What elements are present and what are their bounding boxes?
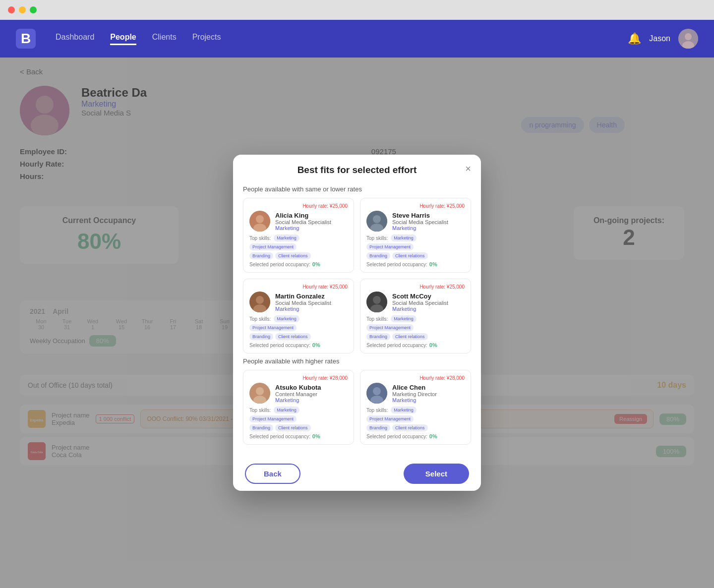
- skill-pm: Project Management: [249, 243, 297, 250]
- atsuko-role: Content Manager: [275, 391, 321, 397]
- close-btn[interactable]: [8, 6, 15, 13]
- martin-rate: Hourly rate: ¥25,000: [249, 284, 348, 290]
- steve-rate: Hourly rate: ¥25,000: [366, 203, 465, 209]
- navbar-right: 🔔 Jason: [628, 29, 698, 49]
- svg-point-26: [373, 387, 381, 395]
- scott-rate: Hourly rate: ¥25,000: [366, 284, 465, 290]
- modal-header: Best fits for selected effort ×: [233, 155, 481, 181]
- skill-branding: Branding: [249, 252, 273, 259]
- atsuko-name: Atsuko Kubota: [275, 384, 321, 391]
- alice-avatar: [366, 383, 387, 404]
- alicia-dept: Marketing: [275, 225, 331, 231]
- modal-body[interactable]: People available with same or lower rate…: [233, 181, 481, 457]
- steve-name: Steve Harris: [392, 212, 448, 219]
- higher-rate-cards: Hourly rate: ¥28,000 Atsuko Kubota: [243, 370, 471, 445]
- candidate-card-martin[interactable]: Hourly rate: ¥25,000 Martin Gonzale: [243, 279, 354, 353]
- navbar: B Dashboard People Clients Projects 🔔 Ja…: [0, 20, 714, 58]
- alice-role: Marketing Director: [392, 391, 437, 397]
- alice-name: Alice Chen: [392, 384, 437, 391]
- candidate-card-alicia[interactable]: Hourly rate: ¥25,000 Alicia King: [243, 198, 354, 273]
- scott-avatar: [366, 292, 387, 312]
- candidate-card-scott[interactable]: Hourly rate: ¥25,000 Scott McCoy: [360, 279, 471, 353]
- section1-label: People available with same or lower rate…: [243, 185, 471, 193]
- scott-name: Scott McCoy: [392, 293, 448, 300]
- martin-name: Martin Gonzalez: [275, 293, 331, 300]
- steve-dept: Marketing: [392, 225, 448, 231]
- svg-point-11: [256, 215, 264, 223]
- svg-point-20: [373, 296, 381, 304]
- svg-point-1: [685, 33, 692, 40]
- window-chrome: [0, 0, 714, 20]
- nav-projects[interactable]: Projects: [192, 33, 221, 45]
- alicia-role: Social Media Specialist: [275, 219, 331, 225]
- candidate-card-steve[interactable]: Hourly rate: ¥25,000 Steve Harris: [360, 198, 471, 273]
- app-logo[interactable]: B: [16, 29, 36, 49]
- scott-dept: Marketing: [392, 306, 448, 312]
- alicia-name: Alicia King: [275, 212, 331, 219]
- martin-avatar: [249, 292, 270, 312]
- modal-title: Best fits for selected effort: [298, 165, 417, 175]
- user-avatar[interactable]: [678, 29, 698, 49]
- atsuko-rate: Hourly rate: ¥28,000: [249, 375, 348, 381]
- svg-point-17: [256, 296, 264, 304]
- atsuko-avatar: [249, 383, 270, 404]
- nav-menu: Dashboard People Clients Projects: [56, 33, 628, 45]
- modal-footer: Back Select: [233, 457, 481, 491]
- notification-bell-icon[interactable]: 🔔: [628, 32, 641, 45]
- alicia-avatar: [249, 211, 270, 232]
- alice-dept: Marketing: [392, 397, 437, 403]
- maximize-btn[interactable]: [30, 6, 37, 13]
- main-content: < Back Beatrice Da Marketing Social Medi…: [0, 58, 714, 588]
- alice-rate: Hourly rate: ¥28,000: [366, 375, 465, 381]
- scott-role: Social Media Specialist: [392, 300, 448, 306]
- nav-dashboard[interactable]: Dashboard: [56, 33, 94, 45]
- svg-point-23: [256, 387, 264, 395]
- section2-label: People available with higher rates: [243, 357, 471, 365]
- atsuko-dept: Marketing: [275, 397, 321, 403]
- steve-avatar: [366, 211, 387, 232]
- nav-clients[interactable]: Clients: [152, 33, 177, 45]
- nav-people[interactable]: People: [110, 33, 136, 45]
- alicia-rate: Hourly rate: ¥25,000: [249, 203, 348, 209]
- candidate-card-alice[interactable]: Hourly rate: ¥28,000 Alice Chen: [360, 370, 471, 445]
- martin-role: Social Media Specialist: [275, 300, 331, 306]
- candidate-card-atsuko[interactable]: Hourly rate: ¥28,000 Atsuko Kubota: [243, 370, 354, 445]
- lower-rate-cards: Hourly rate: ¥25,000 Alicia King: [243, 198, 471, 353]
- user-name: Jason: [649, 34, 670, 43]
- modal-close-button[interactable]: ×: [465, 164, 471, 174]
- modal: Best fits for selected effort × People a…: [233, 155, 481, 491]
- skill-client: Client relations: [275, 252, 311, 259]
- svg-point-14: [373, 215, 381, 223]
- steve-role: Social Media Specialist: [392, 219, 448, 225]
- martin-dept: Marketing: [275, 306, 331, 312]
- select-button[interactable]: Select: [404, 464, 469, 484]
- skill-marketing: Marketing: [274, 235, 299, 241]
- minimize-btn[interactable]: [19, 6, 26, 13]
- back-button[interactable]: Back: [245, 464, 300, 484]
